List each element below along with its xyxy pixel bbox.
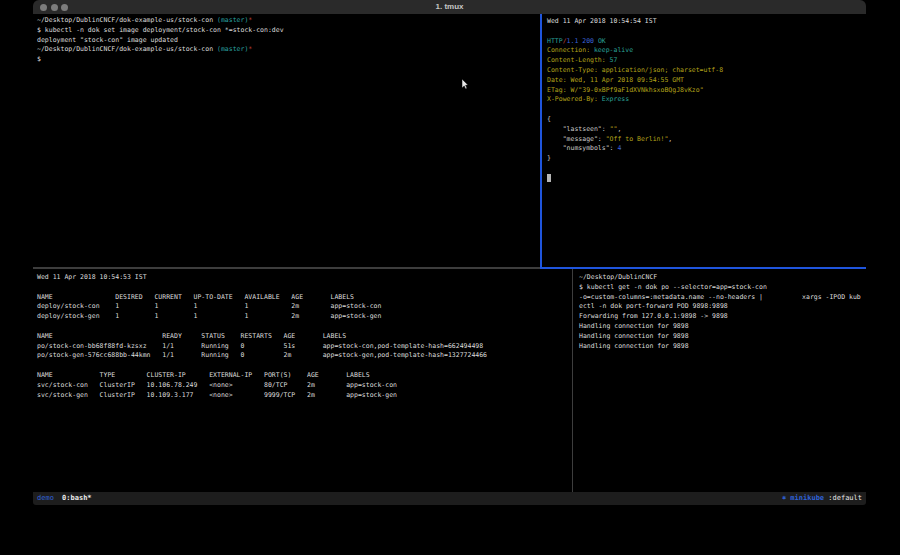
terminal-line: Wed 11 Apr 2018 10:54:53 IST	[37, 273, 575, 283]
terminal-line: Forwarding from 127.0.0.1:9898 -> 9898	[579, 312, 868, 322]
terminal-line	[547, 174, 869, 184]
terminal-line: deploy/stock-con 1 1 1 1 2m app=stock-co…	[37, 302, 575, 312]
status-right: ⎈ minikube :default	[782, 492, 862, 505]
terminal-line: Date: Wed, 11 Apr 2018 09:54:55 GMT	[547, 76, 869, 86]
terminal-line: $ kubectl get -n dok po --selector=app=s…	[579, 283, 868, 293]
terminal-line: }	[547, 154, 869, 164]
terminal-line: svc/stock-con ClusterIP 10.106.78.249 <n…	[37, 381, 575, 391]
pane-bottom-left-kubectl-get[interactable]: Wed 11 Apr 2018 10:54:53 IST NAME DESIRE…	[33, 271, 575, 494]
terminal-line: ETag: W/"39-0xBPf9aF1dXVNkhsxoBQgJ8vKzo"	[547, 86, 869, 96]
terminal-line: po/stock-gen-576cc688bb-44kmn 1/1 Runnin…	[37, 351, 575, 361]
pane-divider-horizontal-left[interactable]	[33, 267, 540, 269]
terminal-line: Wed 11 Apr 2018 10:54:54 IST	[547, 17, 869, 27]
terminal-line	[37, 322, 575, 332]
terminal-line: Handling connection for 9898	[579, 332, 868, 342]
terminal-line: NAME READY STATUS RESTARTS AGE LABELS	[37, 332, 575, 342]
pane-divider-horizontal-right[interactable]	[540, 267, 866, 269]
terminal-line: NAME DESIRED CURRENT UP-TO-DATE AVAILABL…	[37, 293, 575, 303]
terminal-line: $	[37, 55, 542, 65]
pane-divider-vertical-bottom[interactable]	[572, 269, 573, 492]
terminal-line: Content-Length: 57	[547, 56, 869, 66]
terminal-line: "numsymbols": 4	[547, 144, 869, 154]
terminal-line: Handling connection for 9898	[579, 322, 868, 332]
terminal-line: "lastseen": "",	[547, 125, 869, 135]
terminal-line: NAME TYPE CLUSTER-IP EXTERNAL-IP PORT(S)…	[37, 371, 575, 381]
terminal-line: $ kubectl -n dok set image deployment/st…	[37, 26, 542, 36]
terminal-line: ~/Desktop/DublinCNCF/dok-example-us/stoc…	[37, 16, 542, 26]
terminal-line: po/stock-con-bb68f88fd-kzsxz 1/1 Running…	[37, 342, 575, 352]
terminal-line: "message": "Off to Berlin!",	[547, 135, 869, 145]
terminal-line: {	[547, 115, 869, 125]
terminal-line	[37, 283, 575, 293]
kube-namespace: :default	[828, 494, 862, 502]
pane-bottom-right-port-forward[interactable]: ~/Desktop/DublinCNCF$ kubectl get -n dok…	[575, 271, 868, 494]
tmux-session: ~/Desktop/DublinCNCF/dok-example-us/stoc…	[33, 14, 866, 492]
session-name: demo	[37, 494, 54, 502]
pane-top-left-shell[interactable]: ~/Desktop/DublinCNCF/dok-example-us/stoc…	[33, 14, 542, 269]
terminal-line	[547, 105, 869, 115]
terminal-line: Content-Type: application/json; charset=…	[547, 66, 869, 76]
active-window-label[interactable]: 0:bash*	[58, 494, 92, 502]
terminal-line: X-Powered-By: Express	[547, 95, 869, 105]
terminal-line: Handling connection for 9898	[579, 342, 868, 352]
terminal-line: svc/stock-gen ClusterIP 10.109.3.177 <no…	[37, 391, 575, 401]
kube-context: minikube	[790, 494, 824, 502]
window-title: 1. tmux	[33, 0, 866, 14]
terminal-window: 1. tmux ~/Desktop/DublinCNCF/dok-example…	[33, 0, 866, 505]
terminal-line: Connection: keep-alive	[547, 46, 869, 56]
terminal-line: deploy/stock-gen 1 1 1 1 2m app=stock-ge…	[37, 312, 575, 322]
terminal-line: ~/Desktop/DublinCNCF	[579, 273, 868, 283]
terminal-line: HTTP/1.1 200 OK	[547, 37, 869, 47]
pane-divider-vertical-top[interactable]	[540, 14, 542, 269]
title-bar[interactable]: 1. tmux	[33, 0, 866, 14]
terminal-line	[547, 27, 869, 37]
terminal-line: deployment "stock-con" image updated	[37, 36, 542, 46]
terminal-line: -o=custom-columns=:metadata.name --no-he…	[579, 293, 868, 303]
mouse-pointer-icon	[461, 79, 469, 90]
tmux-status-bar: demo 0:bash* ⎈ minikube :default	[33, 492, 866, 505]
pane-top-right-http-response[interactable]: Wed 11 Apr 2018 10:54:54 IST HTTP/1.1 20…	[542, 14, 869, 270]
terminal-line: ectl -n dok port-forward POD 9898:9898	[579, 302, 868, 312]
terminal-line: ~/Desktop/DublinCNCF/dok-example-us/stoc…	[37, 45, 542, 55]
status-left: demo 0:bash*	[37, 492, 92, 505]
terminal-line	[547, 164, 869, 174]
terminal-line	[37, 361, 575, 371]
